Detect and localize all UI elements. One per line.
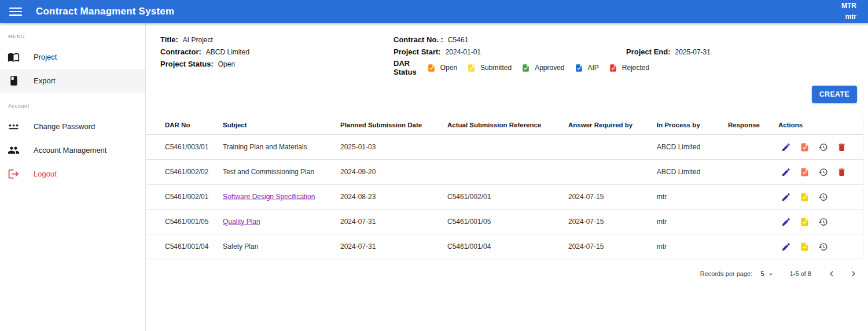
edit-icon[interactable] (781, 217, 791, 227)
sidebar-caption-menu: MENU (8, 34, 145, 39)
subject-link: Test and Commissioning Plan (223, 168, 314, 176)
cell-dar-no: C5461/002/01 (165, 193, 223, 201)
sidebar-caption-account: Account (8, 103, 145, 109)
status-doc-icon[interactable] (800, 142, 810, 152)
cell-in-process-by: ABCD Limited (657, 143, 728, 151)
status-doc-icon[interactable] (800, 242, 810, 252)
cell-planned-submission-date: 2024-07-31 (340, 218, 447, 226)
pagination: Records per page: 5 1-5 of 8 (700, 265, 863, 282)
cell-actual-submission-reference: C5461/001/04 (447, 242, 568, 251)
column-header: In Process by (657, 122, 728, 128)
next-page-button[interactable] (848, 269, 859, 279)
table-header: DAR NoSubjectPlanned Submission DateActu… (146, 116, 863, 135)
subject-link[interactable]: Quality Plan (223, 218, 260, 226)
subject-link: Training Plan and Materials (223, 143, 307, 151)
project-end-value: 2025-07-31 (675, 48, 711, 56)
cell-actual-submission-reference: C5461/001/05 (447, 218, 568, 226)
dar-legend-item: Open (427, 64, 457, 72)
history-icon[interactable] (818, 192, 828, 202)
cell-actual-submission-reference: C5461/002/01 (447, 193, 568, 201)
contract-no-value: C5461 (448, 36, 468, 44)
cell-planned-submission-date: 2024-07-31 (340, 242, 447, 251)
column-header: DAR No (165, 122, 223, 128)
dar-legend-item: Approved (521, 64, 564, 72)
user-org: MTR (841, 1, 856, 12)
page-range: 1-5 of 8 (790, 270, 811, 277)
edit-icon[interactable] (781, 167, 791, 177)
previous-page-button[interactable] (826, 269, 837, 279)
sidebar-item-change-password[interactable]: Change Password (0, 115, 145, 138)
history-icon[interactable] (818, 217, 828, 227)
sidebar-item-label: Project (34, 53, 57, 61)
cell-subject: Training Plan and Materials (223, 143, 340, 151)
sidebar-item-label: Change Password (34, 122, 95, 131)
sidebar-item-export[interactable]: Export (0, 69, 145, 93)
status-label: AIP (588, 64, 599, 72)
cell-planned-submission-date: 2024-09-20 (340, 168, 447, 176)
create-button[interactable]: CREATE (812, 86, 857, 103)
status-doc-icon[interactable] (800, 217, 810, 227)
contractor-label: Contractor: (160, 47, 201, 56)
cell-dar-no: C5461/001/04 (165, 242, 223, 251)
dar-status-label: DAR Status (393, 59, 417, 76)
dar-table: DAR NoSubjectPlanned Submission DateActu… (146, 116, 863, 259)
page-size-select[interactable]: 5 (760, 269, 774, 278)
status-doc-icon[interactable] (800, 167, 810, 177)
cell-dar-no: C5461/002/02 (165, 168, 223, 176)
table-body: C5461/003/01 Training Plan and Materials… (146, 135, 863, 259)
status-doc-icon[interactable] (800, 192, 810, 202)
cell-answer-required-by: 2024-07-15 (568, 242, 657, 251)
status-label: Open (440, 64, 457, 72)
app-bar: Contract Managment System MTR mtr (0, 0, 868, 23)
cell-dar-no: C5461/003/01 (165, 143, 223, 151)
cell-actions (778, 242, 863, 252)
project-info: Title: AI Project Contractor: ABCD Limit… (160, 34, 711, 74)
sidebar-item-project[interactable]: Project (0, 45, 145, 69)
contract-no-label: Contract No. : (393, 35, 443, 44)
cell-in-process-by: mtr (657, 218, 728, 226)
table-row: C5461/001/04 Safety Plan 2024-07-31 C546… (146, 234, 863, 259)
title-value: AI Project (183, 36, 213, 44)
trash-icon[interactable] (837, 142, 847, 152)
table-row: C5461/002/02 Test and Commissioning Plan… (146, 160, 863, 185)
cell-answer-required-by: 2024-07-15 (568, 193, 657, 201)
sidebar-item-label: Logout (34, 170, 57, 178)
subject-link[interactable]: Software Design Specification (223, 193, 315, 201)
user-info[interactable]: MTR mtr (841, 1, 856, 22)
column-header: Response (728, 122, 778, 128)
column-header: Actual Submission Reference (447, 122, 568, 128)
table-row: C5461/003/01 Training Plan and Materials… (146, 135, 863, 160)
cell-actions (778, 167, 863, 177)
document-icon (8, 75, 20, 87)
sidebar-item-account-management[interactable]: Account Management (0, 138, 145, 162)
sidebar-item-label: Export (34, 76, 56, 85)
trash-icon[interactable] (837, 167, 847, 177)
sidebar-item-logout[interactable]: Logout (0, 162, 145, 186)
project-start-value: 2024-01-01 (446, 48, 481, 56)
history-icon[interactable] (818, 167, 828, 177)
history-icon[interactable] (818, 142, 828, 152)
column-header: Answer Required by (568, 122, 657, 128)
edit-icon[interactable] (781, 142, 791, 152)
cell-planned-submission-date: 2024-08-23 (340, 193, 447, 201)
chevron-down-icon (767, 270, 775, 278)
project-start-label: Project Start: (393, 47, 441, 56)
logout-icon (8, 168, 20, 180)
history-icon[interactable] (818, 242, 828, 252)
sidebar-item-label: Account Management (34, 146, 106, 155)
cell-actions (778, 217, 863, 227)
status-label: Approved (535, 64, 564, 72)
contractor-value: ABCD Limited (206, 48, 249, 56)
table-row: C5461/001/05 Quality Plan 2024-07-31 C54… (146, 209, 863, 234)
cell-dar-no: C5461/001/05 (165, 218, 223, 226)
cell-in-process-by: mtr (657, 242, 728, 251)
status-doc-icon (521, 64, 530, 72)
cell-in-process-by: mtr (657, 193, 728, 201)
cell-planned-submission-date: 2025-01-03 (340, 143, 447, 151)
status-doc-icon (467, 64, 476, 72)
book-icon (8, 51, 20, 63)
menu-hamburger-icon[interactable] (9, 8, 22, 16)
column-header: Subject (223, 122, 340, 128)
edit-icon[interactable] (781, 242, 791, 252)
edit-icon[interactable] (781, 192, 791, 202)
